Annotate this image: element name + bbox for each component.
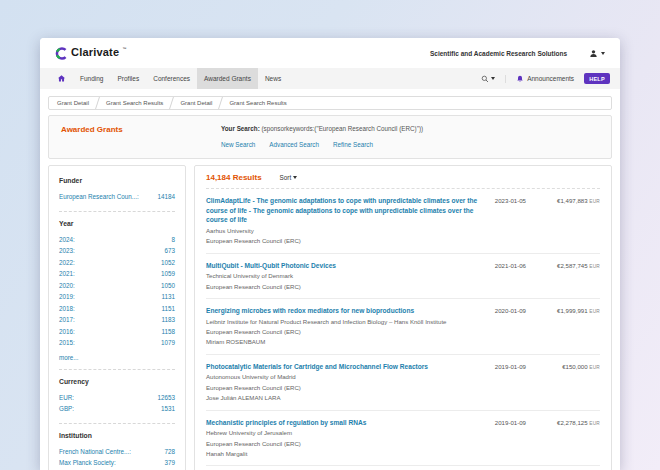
- filter-item[interactable]: 2023: 673: [59, 245, 175, 257]
- filter-label: 2021:: [59, 268, 75, 280]
- filter-item[interactable]: 2020: 1050: [59, 280, 175, 292]
- filter-label: Max Planck Society:: [59, 457, 116, 469]
- filter-item[interactable]: 2015: 1079: [59, 337, 175, 349]
- results-panel: 14,184 Results Sort ClimAdaptLife - The …: [194, 165, 612, 470]
- new-search-link[interactable]: New Search: [221, 141, 255, 148]
- breadcrumb-item-grant-search-results-2[interactable]: Grant Search Results: [221, 97, 294, 109]
- grant-amount: €2,278,125: [557, 419, 588, 426]
- filter-item[interactable]: 2022: 1052: [59, 257, 175, 269]
- announcements-button[interactable]: Announcements: [516, 75, 574, 83]
- filter-count: 12653: [157, 392, 175, 404]
- filter-item[interactable]: 2024: 8: [59, 234, 175, 246]
- product-tagline: Scientific and Academic Research Solutio…: [430, 50, 567, 57]
- filter-item[interactable]: GBP: 1531: [59, 403, 175, 415]
- nav-item-awarded-grants[interactable]: Awarded Grants: [197, 68, 258, 89]
- filter-count: 14184: [157, 191, 175, 203]
- result-row: RadiCool - Taming the reaction dynamics …: [206, 466, 600, 470]
- grant-funder: European Research Council (ERC): [206, 327, 485, 336]
- grant-date: 2020-01-09: [495, 307, 526, 347]
- grant-institution: Hebrew University of Jerusalem: [206, 428, 485, 437]
- filter-item[interactable]: 2021: 1059: [59, 268, 175, 280]
- breadcrumb-item-grant-detail-2[interactable]: Grant Detail: [172, 97, 220, 109]
- grant-amount: €1,999,991: [557, 307, 588, 314]
- user-icon: [589, 49, 598, 58]
- filter-item[interactable]: Max Planck Society: 379: [59, 457, 175, 469]
- app-window: Clarivate™ Scientific and Academic Resea…: [40, 38, 620, 470]
- filter-item[interactable]: EUR: 12653: [59, 392, 175, 404]
- grant-amount: €2,587,745: [557, 262, 588, 269]
- home-icon: [57, 74, 66, 83]
- grant-institution: Leibniz Institute for Natural Product Re…: [206, 317, 485, 326]
- refine-search-link[interactable]: Refine Search: [333, 141, 373, 148]
- filter-count: 1183: [161, 314, 175, 326]
- filter-label: 2020:: [59, 280, 75, 292]
- search-header-panel: Awarded Grants Your Search: (sponsorkeyw…: [48, 115, 612, 159]
- filter-label: European Research Coun...:: [59, 191, 139, 203]
- result-row: Photocatalytic Materials for Cartridge a…: [206, 355, 600, 411]
- grant-amount: €1,497,883: [557, 197, 588, 204]
- filter-label: 2018:: [59, 303, 75, 315]
- filter-label: EUR:: [59, 392, 74, 404]
- nav-item-news[interactable]: News: [258, 68, 288, 89]
- filter-item[interactable]: 2018: 1151: [59, 303, 175, 315]
- filter-count: 8: [171, 234, 175, 246]
- advanced-search-link[interactable]: Advanced Search: [269, 141, 319, 148]
- account-menu[interactable]: [589, 49, 605, 58]
- quick-search-button[interactable]: [481, 75, 506, 83]
- institution-filter-list: French National Centre...: 728 Max Planc…: [59, 446, 175, 470]
- filter-label: 2019:: [59, 291, 75, 303]
- filter-section-title-institution: Institution: [59, 432, 175, 439]
- grant-currency: EUR: [589, 309, 600, 314]
- filter-item[interactable]: French National Centre...: 728: [59, 446, 175, 458]
- brand-trademark: ™: [122, 46, 126, 51]
- grant-title-link[interactable]: ClimAdaptLife - The genomic adaptations …: [206, 196, 485, 225]
- grant-amount: €150,000: [562, 363, 587, 370]
- nav-item-conferences[interactable]: Conferences: [146, 68, 197, 89]
- breadcrumb-item-grant-detail-1[interactable]: Grant Detail: [49, 97, 97, 109]
- filter-section-title-currency: Currency: [59, 378, 175, 385]
- section-divider: [59, 211, 175, 212]
- grant-funder: European Research Council (ERC): [206, 282, 485, 291]
- grant-title-link[interactable]: Photocatalytic Materials for Cartridge a…: [206, 362, 485, 372]
- search-icon: [481, 75, 489, 83]
- clarivate-logo[interactable]: Clarivate™: [55, 46, 126, 60]
- filter-count: 1151: [161, 303, 175, 315]
- home-button[interactable]: [50, 68, 73, 89]
- breadcrumb-item-grant-search-results-1[interactable]: Grant Search Results: [98, 97, 171, 109]
- grant-title-link[interactable]: MultiQubit - Multi-Qubit Photonic Device…: [206, 261, 485, 271]
- grant-date: 2019-01-09: [495, 363, 526, 403]
- filter-item[interactable]: 2016: 1158: [59, 326, 175, 338]
- filter-count: 1079: [161, 337, 175, 349]
- account-caret-icon: [601, 52, 605, 55]
- filter-count: 1131: [161, 291, 175, 303]
- filter-label: French National Centre...:: [59, 446, 131, 458]
- search-caret-icon: [491, 77, 495, 80]
- results-list: ClimAdaptLife - The genomic adaptations …: [206, 189, 600, 470]
- grant-funder: European Research Council (ERC): [206, 236, 485, 245]
- filter-count: 673: [164, 245, 175, 257]
- filter-count: 1052: [161, 257, 175, 269]
- clarivate-logo-icon: [55, 47, 68, 60]
- year-filter-list: 2024: 8 2023: 673 2022: 1052: [59, 234, 175, 349]
- grant-funder: European Research Council (ERC): [206, 439, 485, 448]
- filter-item[interactable]: European Research Coun...: 14184: [59, 191, 175, 203]
- filter-item[interactable]: 2017: 1183: [59, 314, 175, 326]
- grant-title-link[interactable]: Mechanistic principles of regulation by …: [206, 418, 485, 428]
- bell-icon: [516, 75, 524, 83]
- nav-item-profiles[interactable]: Profiles: [111, 68, 147, 89]
- filter-count: 1050: [161, 280, 175, 292]
- sort-dropdown[interactable]: Sort: [280, 174, 298, 181]
- brand-name: Clarivate: [71, 46, 119, 58]
- help-button[interactable]: HELP: [584, 73, 610, 84]
- filter-item[interactable]: 2019: 1131: [59, 291, 175, 303]
- page-title: Awarded Grants: [61, 125, 221, 148]
- nav-item-funding[interactable]: Funding: [73, 68, 111, 89]
- announcements-label: Announcements: [527, 75, 574, 82]
- grant-title-link[interactable]: Energizing microbes with redox mediators…: [206, 306, 485, 316]
- result-row: MultiQubit - Multi-Qubit Photonic Device…: [206, 254, 600, 299]
- filter-label: 2016:: [59, 326, 75, 338]
- filter-label: 2017:: [59, 314, 75, 326]
- year-more-link[interactable]: more...: [59, 354, 175, 361]
- filter-label: GBP:: [59, 403, 74, 415]
- your-search-label: Your Search:: [221, 125, 260, 132]
